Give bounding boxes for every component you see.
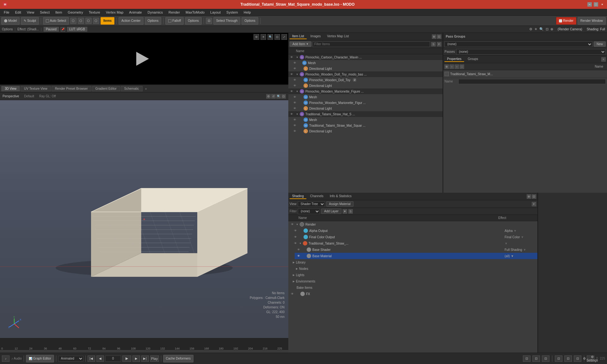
shader-tree-select[interactable]: Shader Tree xyxy=(298,201,325,207)
tab-item-list[interactable]: Item List xyxy=(290,34,307,39)
vp-h-icon1[interactable]: ⚙ xyxy=(266,94,271,99)
add-layer-btn[interactable]: Add Layer xyxy=(321,209,341,214)
menu-layout[interactable]: Layout xyxy=(208,10,223,15)
shading-icon2[interactable]: ⊡ xyxy=(532,194,536,199)
select-through-icon[interactable]: ⊡ xyxy=(206,18,212,24)
status-icon4[interactable]: ⊡ xyxy=(555,355,562,362)
minimize-btn[interactable]: − xyxy=(587,2,592,7)
menu-vertex-map[interactable]: Vertex Map xyxy=(103,10,126,15)
play-btn[interactable]: ▶ xyxy=(122,355,131,362)
options2-btn[interactable]: Options xyxy=(185,17,201,25)
vis-icon[interactable]: 👁 xyxy=(293,95,297,99)
preview-expand-icon[interactable]: ⊡ xyxy=(274,34,280,40)
frame-input[interactable]: 0 xyxy=(105,355,121,362)
vp-h-icon2[interactable]: ↺ xyxy=(271,94,276,99)
bm-vis-icon[interactable]: 👁 xyxy=(297,254,300,258)
vp-icon1[interactable]: ⚙ xyxy=(529,27,532,31)
status-icon5[interactable]: ⊡ xyxy=(564,355,572,362)
il-filter-icon[interactable]: S xyxy=(431,42,436,46)
fc-vis-icon[interactable]: 👁 xyxy=(294,235,297,239)
menu-geometry[interactable]: Geometry xyxy=(65,10,85,15)
next-frame-btn[interactable]: ▶ xyxy=(132,355,140,362)
shading-f-btn[interactable]: F xyxy=(532,202,536,206)
list-item[interactable]: 👁 L Directional Light xyxy=(291,66,443,71)
mode-model-btn[interactable]: Model xyxy=(1,17,20,25)
vis-icon[interactable]: 👁 xyxy=(293,124,297,127)
render-vis-icon[interactable]: 👁 xyxy=(291,223,294,226)
tab-add-btn[interactable]: + xyxy=(143,86,149,91)
list-item[interactable]: 👁 ▼ G Pinnochio_Cartoon_Character_Wavin … xyxy=(288,54,443,60)
list-item[interactable]: 👁 ▼ G Pinnochio_Wooden_Doll_Toy_modo_bas… xyxy=(288,71,443,77)
vp-h-icon3[interactable]: 🔍 xyxy=(276,94,281,99)
next-end-btn[interactable]: ▶| xyxy=(141,355,149,362)
vp-icon2[interactable]: ☀ xyxy=(534,27,537,31)
expand-icon[interactable]: ▼ xyxy=(296,73,298,76)
tb-icon-3[interactable]: ⬡ xyxy=(85,18,92,24)
groups-item-row[interactable]: Traditional_Tatami_Straw_M... xyxy=(443,70,607,78)
lights-expand-icon[interactable]: ▶ xyxy=(293,274,295,276)
tab-gradient-editor[interactable]: Gradient Editor xyxy=(92,86,120,91)
shading-icon1[interactable]: ⊕ xyxy=(527,194,531,199)
tb-icon-4[interactable]: ⬡ xyxy=(93,18,99,24)
props-icon1[interactable]: ⊕ xyxy=(445,64,449,69)
vis-icon[interactable]: 👁 xyxy=(293,84,297,87)
vis-icon[interactable]: 👁 xyxy=(293,61,297,64)
preview-search-icon[interactable]: 🔍 xyxy=(267,34,273,40)
shader-row-environments[interactable]: ▶ Environments xyxy=(291,278,537,284)
tab-schematic[interactable]: Schematic xyxy=(121,86,143,91)
play-preview-btn[interactable] xyxy=(136,51,152,67)
add-item-btn[interactable]: Add Item ▼ xyxy=(290,41,311,47)
graph-editor-btn[interactable]: 📊 Graph Editor xyxy=(26,355,54,362)
menu-dynamics[interactable]: Dynamics xyxy=(145,10,165,15)
cache-deformers-btn[interactable]: Cache Deformers xyxy=(163,355,193,362)
il-icon1[interactable]: ⊕ xyxy=(432,34,436,39)
preview-settings-icon[interactable]: ⚙ xyxy=(254,34,259,40)
shading-filter-icon[interactable]: ▼ xyxy=(343,209,347,214)
viewport-3d[interactable]: Perspective Default Ray GL: Off ⚙ ↺ 🔍 ⊡ xyxy=(0,93,288,338)
close-btn[interactable]: × xyxy=(600,2,604,7)
audio-btn[interactable]: ♪ xyxy=(2,355,9,362)
list-item[interactable]: 👁 M Mesh xyxy=(291,117,443,123)
menu-view[interactable]: View xyxy=(24,10,37,15)
shader-row-base-shader[interactable]: 👁 Base Shader Full Shading ▼ xyxy=(295,246,537,253)
bs-vis-icon[interactable]: 👁 xyxy=(297,248,300,251)
env-expand-icon[interactable]: ▶ xyxy=(293,280,295,283)
status-icon3[interactable]: ⊡ xyxy=(542,355,549,362)
tab-images[interactable]: Images xyxy=(308,34,323,39)
shader-row-nodes[interactable]: ▶ Nodes xyxy=(295,265,537,272)
prev-start-btn[interactable]: |◀ xyxy=(88,355,95,362)
vp-icon3[interactable]: 🔍 xyxy=(539,27,544,31)
props-icon2[interactable]: ○ xyxy=(450,64,454,69)
falloff-btn[interactable]: Falloff xyxy=(165,17,184,25)
tab-info-stats[interactable]: Info & Statistics xyxy=(327,194,354,199)
menu-render[interactable]: Render xyxy=(166,10,182,15)
viewport-canvas[interactable]: No Items Polygons : Catmull-Clark Channe… xyxy=(0,100,288,338)
vis-icon[interactable]: 👁 xyxy=(293,118,297,121)
tab-vertex-map[interactable]: Vertex Map List xyxy=(325,34,352,39)
select-through-btn[interactable]: Select Through xyxy=(213,17,241,25)
menu-system[interactable]: System xyxy=(224,10,241,15)
render-btn[interactable]: Render xyxy=(556,17,576,25)
items-btn[interactable]: Items xyxy=(101,17,114,25)
vis-icon[interactable]: 👁 xyxy=(290,56,294,59)
tab-groups[interactable]: Groups xyxy=(465,57,481,62)
options-pin-icon[interactable]: 📌 xyxy=(61,27,65,32)
vp-icon4[interactable]: ⊡ xyxy=(546,27,549,31)
vis-icon[interactable]: 👁 xyxy=(290,90,294,93)
list-item[interactable]: 👁 M Traditional_Tatami_Straw_Mat_Squar .… xyxy=(291,123,443,128)
preview-maximize-icon[interactable]: ⤢ xyxy=(281,34,287,40)
shader-row-final-color[interactable]: 👁 Final Color Output Final Color ▼ xyxy=(291,234,537,240)
props-icon4[interactable]: □ xyxy=(460,64,464,69)
list-item[interactable]: 👁 M Pinnochio_Wooden_Marionette_Figur ..… xyxy=(291,100,443,106)
shader-row-render[interactable]: 👁 ▼ Render xyxy=(288,221,537,228)
maximize-btn[interactable]: □ xyxy=(594,2,598,7)
menu-edit[interactable]: Edit xyxy=(13,10,24,15)
tab-uv-texture[interactable]: UV Texture View xyxy=(21,86,51,91)
expand-icon[interactable]: ▼ xyxy=(296,113,298,116)
vp-icon5[interactable]: ⊕ xyxy=(550,27,553,31)
list-item[interactable]: 👁 ▼ G Traditional_Tatami_Straw_Hat_S ... xyxy=(288,111,443,117)
tb-icon-2[interactable]: ⬡ xyxy=(78,18,84,24)
status-icon1[interactable]: ⊡ xyxy=(523,355,530,362)
tab-3d-view[interactable]: 3D View xyxy=(1,86,20,91)
name-field-input[interactable] xyxy=(458,79,606,84)
